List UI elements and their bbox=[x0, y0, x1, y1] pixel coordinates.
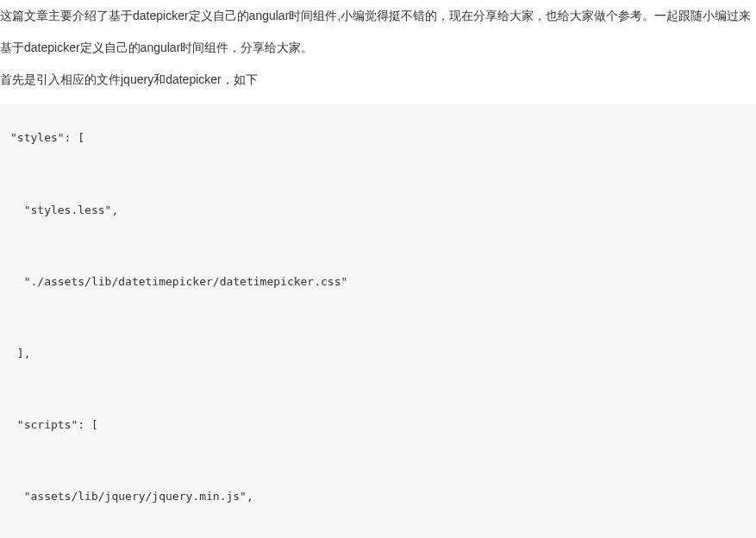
code-line bbox=[10, 453, 746, 471]
intro-paragraph-3: 首先是引入相应的文件jquery和datepicker，如下 bbox=[0, 64, 756, 96]
code-line bbox=[10, 381, 746, 399]
code-block-config: "styles": [ "styles.less", "./assets/lib… bbox=[0, 103, 756, 538]
code-line: "./assets/lib/datetimepicker/datetimepic… bbox=[10, 273, 746, 291]
intro-paragraph-1: 这篇文章主要介绍了基于datepicker定义自己的angular时间组件,小编… bbox=[0, 0, 756, 32]
code-line: "assets/lib/jquery/jquery.min.js", bbox=[10, 488, 746, 506]
code-line bbox=[10, 309, 746, 327]
intro-paragraph-2: 基于datepicker定义自己的angular时间组件，分享给大家。 bbox=[0, 32, 756, 64]
code-line: ], bbox=[10, 345, 746, 363]
code-line: "styles": [ bbox=[10, 129, 746, 147]
code-line bbox=[10, 524, 746, 538]
code-line bbox=[10, 166, 746, 184]
code-line bbox=[10, 237, 746, 255]
code-line: "styles.less", bbox=[10, 202, 746, 220]
code-line: "scripts": [ bbox=[10, 416, 746, 435]
